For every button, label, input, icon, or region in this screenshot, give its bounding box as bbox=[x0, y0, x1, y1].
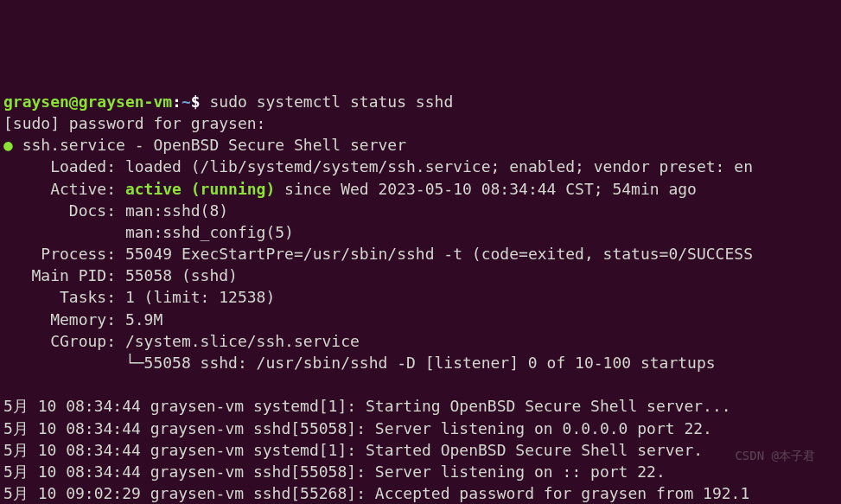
service-name-text: ssh.service - OpenBSD Secure Shell serve… bbox=[22, 136, 406, 154]
cgroup-tree: └─55058 sshd: /usr/sbin/sshd -D [listene… bbox=[3, 354, 716, 372]
cgroup-value: /system.slice/ssh.service bbox=[125, 332, 360, 350]
process-label: Process: bbox=[3, 245, 125, 263]
process-value: 55049 ExecStartPre=/usr/sbin/sshd -t (co… bbox=[125, 245, 753, 263]
command-text bbox=[201, 93, 210, 111]
docs-value2: man:sshd_config(5) bbox=[3, 223, 294, 241]
memory-value: 5.9M bbox=[125, 310, 162, 329]
terminal-output[interactable]: graysen@graysen-vm:~$ sudo systemctl sta… bbox=[3, 91, 838, 504]
loaded-label: Loaded: bbox=[3, 157, 125, 175]
active-label: Active: bbox=[3, 180, 125, 198]
status-dot-icon: ● bbox=[3, 136, 13, 154]
prompt-path: ~ bbox=[182, 93, 191, 111]
command-input: sudo systemctl status sshd bbox=[209, 93, 453, 111]
memory-label: Memory: bbox=[3, 310, 125, 329]
log-line-1: 5月 10 08:34:44 graysen-vm systemd[1]: St… bbox=[3, 397, 731, 415]
service-name bbox=[13, 136, 22, 154]
log-line-2: 5月 10 08:34:44 graysen-vm sshd[55058]: S… bbox=[3, 419, 712, 437]
tasks-label: Tasks: bbox=[3, 288, 125, 306]
cgroup-label: CGroup: bbox=[3, 332, 125, 350]
sudo-password-line: [sudo] password for graysen: bbox=[3, 114, 265, 132]
loaded-value: loaded (/lib/systemd/system/ssh.service;… bbox=[125, 157, 753, 175]
docs-label: Docs: bbox=[3, 201, 125, 220]
prompt-user-host: graysen@graysen-vm bbox=[3, 93, 172, 111]
prompt-sep: : bbox=[172, 93, 182, 111]
active-status: active (running) bbox=[125, 180, 275, 198]
mainpid-value: 55058 (sshd) bbox=[125, 266, 238, 284]
docs-value1: man:sshd(8) bbox=[125, 201, 228, 220]
active-since: since Wed 2023-05-10 08:34:44 CST; 54min… bbox=[275, 180, 697, 198]
prompt-dollar: $ bbox=[191, 93, 201, 111]
tasks-value: 1 (limit: 12538) bbox=[125, 288, 275, 306]
log-line-3: 5月 10 08:34:44 graysen-vm systemd[1]: St… bbox=[3, 441, 703, 459]
log-line-5: 5月 10 09:02:29 graysen-vm sshd[55268]: A… bbox=[3, 484, 749, 502]
log-line-4: 5月 10 08:34:44 graysen-vm sshd[55058]: S… bbox=[3, 463, 666, 481]
watermark-text: CSDN @本子君 bbox=[735, 448, 815, 465]
mainpid-label: Main PID: bbox=[3, 266, 125, 284]
